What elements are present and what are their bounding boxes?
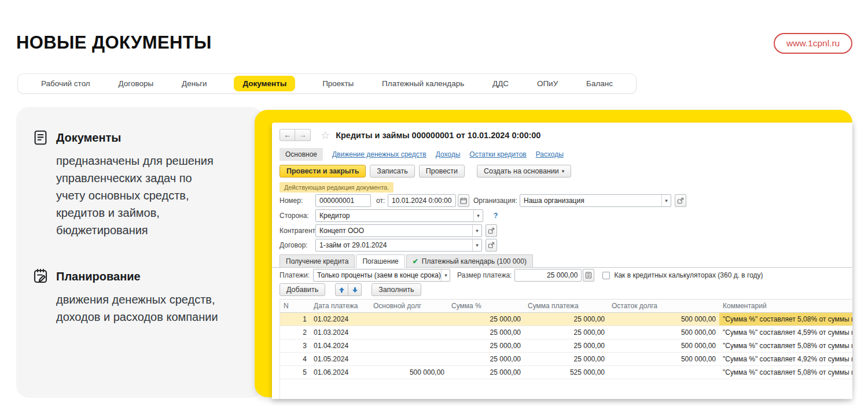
side-input[interactable]: Кредитор ▾ [315,209,483,222]
col-n: N [280,300,310,312]
calc-mode-checkbox[interactable] [602,272,610,279]
site-badge[interactable]: www.1cpnl.ru [774,33,852,54]
open-org-icon[interactable] [675,194,686,207]
payments-select[interactable]: Только проценты (заем в конце срока) ▾ [313,269,450,282]
amount-label: Размер платежа: [457,271,512,279]
info-section-planning: Планирование движения денежных средств, … [32,268,252,326]
open-contract-icon[interactable] [486,239,497,252]
payments-label: Платежи: [279,271,310,279]
info-section-documents: Документы предназначены для решения упра… [32,129,252,239]
date-label: от: [376,197,385,205]
form-row-number: Номер: 000000001 от: 10.01.2024 0:00:00 … [272,194,852,207]
col-interest: Сумма % [448,300,524,312]
info-body-documents: предназначены для решения управленческих… [56,152,252,239]
table-row[interactable]: 3 01.04.2024 25 000,00 25 000,00 500 000… [280,339,852,353]
check-icon: ✔ [413,257,418,265]
number-label: Номер: [279,197,303,205]
tab-payment-calendar[interactable]: ✔ Платежный календарь (100 000) [406,254,533,267]
tab-repayment[interactable]: Погашение [356,254,404,268]
page: НОВЫЕ ДОКУМЕНТЫ www.1cpnl.ru Рабочий сто… [0,0,868,414]
favorite-star-icon[interactable]: ☆ [321,130,330,141]
form-row-contract: Договор: 1-займ от 29.01.2024 ▾ [272,239,852,252]
calculator-icon[interactable] [583,269,594,282]
nav-item-projects[interactable]: Проекты [321,76,355,91]
document-icon [32,129,49,146]
params-row: Платежи: Только проценты (заем в конце с… [279,269,763,282]
col-principal: Основной долг [370,300,448,312]
move-down-icon[interactable] [348,283,362,296]
help-icon[interactable]: ? [494,212,498,220]
contract-label: Договор: [279,241,308,249]
dropdown-icon[interactable]: ▾ [661,195,671,206]
dropdown-icon[interactable]: ▾ [472,239,481,251]
nav-item-balance[interactable]: Баланс [585,76,614,91]
open-contractor-icon[interactable] [486,224,497,237]
side-label: Сторона: [279,212,309,220]
window-linkbar: Основное Движение денежных средств Доход… [279,148,564,161]
calendar-icon[interactable] [458,194,469,207]
dropdown-icon[interactable]: ▾ [472,225,481,236]
post-and-close-button[interactable]: Провести и закрыть [279,165,366,178]
nav-item-opiu[interactable]: ОПиУ [536,76,559,91]
main-nav: Рабочий стол Договоры Деньги Документы П… [17,73,637,94]
planning-icon [32,268,49,285]
doc-tabs: Получение кредита Погашение ✔ Платежный … [272,254,852,268]
contractor-input[interactable]: Концепт ООО ▾ [315,224,482,237]
chevron-down-icon: ▾ [562,168,565,174]
table-row[interactable]: 5 01.06.2024 500 000,00 25 000,00 525 00… [280,366,852,379]
date-input[interactable]: 10.01.2024 0:00:00 [388,194,456,207]
nav-item-documents[interactable]: Документы [234,76,295,91]
org-label: Организация: [473,197,517,205]
dropdown-icon[interactable]: ▾ [441,269,450,281]
move-up-icon[interactable] [335,283,348,296]
create-from-button[interactable]: Создать на основании▾ [477,165,571,178]
app-window: ← → ☆ Кредиты и займы 000000001 от 10.01… [272,123,852,399]
nav-item-workdesk[interactable]: Рабочий стол [40,76,91,91]
contract-input[interactable]: 1-займ от 29.01.2024 ▾ [315,239,482,252]
link-income[interactable]: Доходы [436,150,461,158]
window-toolbar: Провести и закрыть Записать Провести Соз… [279,165,571,178]
dropdown-icon[interactable]: ▾ [473,210,483,221]
table-row[interactable]: 2 01.03.2024 25 000,00 25 000,00 500 000… [280,326,852,339]
tab-credit-receipt[interactable]: Получение кредита [279,254,355,267]
col-balance: Остаток долга [608,300,719,312]
col-comment: Комментарий [719,300,852,312]
fill-button[interactable]: Заполнить [372,283,421,296]
info-title-documents: Документы [56,131,121,145]
window-topbar: ← → ☆ Кредиты и займы 000000001 от 10.01… [279,129,540,141]
save-button[interactable]: Записать [370,165,414,178]
table-toolbar: Добавить Заполнить [279,283,421,296]
nav-item-contracts[interactable]: Договоры [117,76,155,91]
col-date: Дата платежа [310,300,370,312]
info-title-planning: Планирование [56,270,141,283]
number-input[interactable]: 000000001 [315,194,371,207]
link-expenses[interactable]: Расходы [536,150,564,158]
info-panel: Документы предназначены для решения упра… [16,107,263,398]
info-body-planning: движения денежных средств, доходов и рас… [56,291,252,326]
active-revision-notice: Действующая редакция документа. [279,182,393,193]
link-cash-flow[interactable]: Движение денежных средств [332,150,426,158]
tab-main[interactable]: Основное [279,148,323,161]
table-header: N Дата платежа Основной долг Сумма % Сум… [280,299,852,313]
post-button[interactable]: Провести [419,165,465,178]
link-credit-balances[interactable]: Остатки кредитов [469,150,526,158]
table-row[interactable]: 1 01.02.2024 25 000,00 25 000,00 500 000… [280,313,852,326]
page-title: НОВЫЕ ДОКУМЕНТЫ [16,32,212,53]
forward-arrow-icon[interactable]: → [295,129,311,141]
org-input[interactable]: Наша организация ▾ [520,194,671,207]
nav-item-money[interactable]: Деньги [181,76,208,91]
contractor-label: Контрагент: [279,227,317,235]
nav-item-payment-calendar[interactable]: Платежный календарь [381,76,465,91]
add-row-button[interactable]: Добавить [279,283,325,296]
payments-table: N Дата платежа Основной долг Сумма % Сум… [279,299,852,399]
form-row-contractor: Контрагент: Концепт ООО ▾ [272,224,852,237]
form-row-side: Сторона: Кредитор ▾ ? [272,209,852,222]
calc-mode-label: Как в кредитных калькуляторах (360 д. в … [614,271,763,279]
back-arrow-icon[interactable]: ← [279,129,295,141]
nav-item-dds[interactable]: ДДС [491,76,510,91]
document-title: Кредиты и займы 000000001 от 10.01.2024 … [336,131,540,140]
table-row[interactable]: 4 01.05.2024 25 000,00 25 000,00 500 000… [280,353,852,366]
col-payment: Сумма платежа [524,300,608,312]
amount-input[interactable]: 25 000,00 [514,269,582,282]
